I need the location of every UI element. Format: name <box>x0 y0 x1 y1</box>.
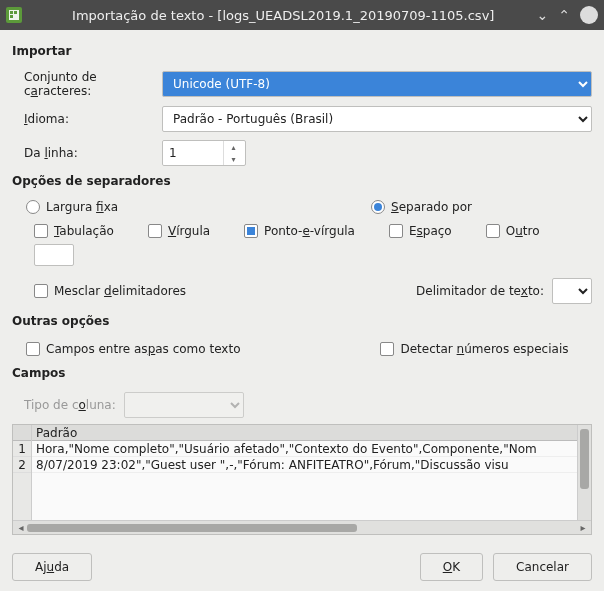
app-icon <box>6 7 22 23</box>
column-type-select <box>124 392 244 418</box>
scroll-right-icon[interactable]: ▸ <box>577 522 589 533</box>
text-delim-select[interactable] <box>552 278 592 304</box>
checkbox-detect-numbers[interactable]: Detectar números especiais <box>380 342 568 356</box>
checkbox-quoted-as-text[interactable]: Campos entre aspas como texto <box>26 342 240 356</box>
section-fields: Campos <box>12 366 592 380</box>
button-bar: Ajuda OK Cancelar <box>0 543 604 591</box>
language-select[interactable]: Padrão - Português (Brasil) <box>162 106 592 132</box>
spin-down-icon[interactable]: ▾ <box>224 153 243 165</box>
section-import: Importar <box>12 44 592 58</box>
checkbox-comma[interactable]: Vírgula <box>148 224 210 238</box>
scroll-left-icon[interactable]: ◂ <box>15 522 27 533</box>
charset-label: Conjunto de caracteres: <box>12 70 162 98</box>
preview-row[interactable]: Hora,"Nome completo","Usuário afetado","… <box>32 441 577 457</box>
column-header[interactable]: Padrão <box>32 425 577 441</box>
data-column[interactable]: Padrão Hora,"Nome completo","Usuário afe… <box>32 425 577 520</box>
cancel-button[interactable]: Cancelar <box>493 553 592 581</box>
checkbox-space[interactable]: Espaço <box>389 224 452 238</box>
help-button[interactable]: Ajuda <box>12 553 92 581</box>
radio-fixed-width[interactable]: Largura fixa <box>26 200 118 214</box>
maximize-icon[interactable]: ⌃ <box>558 7 570 23</box>
spin-up-icon[interactable]: ▴ <box>224 141 243 153</box>
minimize-icon[interactable]: ⌄ <box>537 7 549 23</box>
preview-grid: 1 2 Padrão Hora,"Nome completo","Usuário… <box>12 424 592 535</box>
from-line-input[interactable] <box>163 141 223 165</box>
svg-rect-2 <box>14 11 17 14</box>
preview-row[interactable]: 8/07/2019 23:02","Guest user ",-,"Fórum:… <box>32 457 577 473</box>
radio-separated-by[interactable]: Separado por <box>371 200 472 214</box>
text-delim-label: Delimitador de texto: <box>416 284 544 298</box>
svg-rect-1 <box>10 11 13 14</box>
section-other: Outras opções <box>12 314 592 328</box>
svg-rect-3 <box>10 15 13 18</box>
charset-select[interactable]: Unicode (UTF-8) <box>162 71 592 97</box>
from-line-spinbox[interactable]: ▴ ▾ <box>162 140 246 166</box>
window-buttons: ⌄ ⌃ ✕ <box>537 6 598 24</box>
language-label: Idioma: <box>12 112 162 126</box>
titlebar: Importação de texto - [logs_UEADSL2019.1… <box>0 0 604 30</box>
dialog-content: Importar Conjunto de caracteres: Unicode… <box>0 30 604 543</box>
checkbox-other[interactable]: Outro <box>486 224 540 238</box>
checkbox-tab[interactable]: Tabulação <box>34 224 114 238</box>
other-separator-input[interactable] <box>34 244 74 266</box>
from-line-label: Da linha: <box>12 146 162 160</box>
section-separators: Opções de separadores <box>12 174 592 188</box>
column-type-label: Tipo de coluna: <box>24 398 116 412</box>
close-icon[interactable]: ✕ <box>580 6 598 24</box>
vertical-scrollbar[interactable] <box>577 425 591 520</box>
window-title: Importação de texto - [logs_UEADSL2019.1… <box>30 8 537 23</box>
horizontal-scrollbar[interactable]: ◂ ▸ <box>13 520 591 534</box>
line-number-column: 1 2 <box>13 425 32 520</box>
ok-button[interactable]: OK <box>420 553 483 581</box>
checkbox-semicolon[interactable]: Ponto-e-vírgula <box>244 224 355 238</box>
checkbox-merge[interactable]: Mesclar delimitadores <box>34 284 186 298</box>
